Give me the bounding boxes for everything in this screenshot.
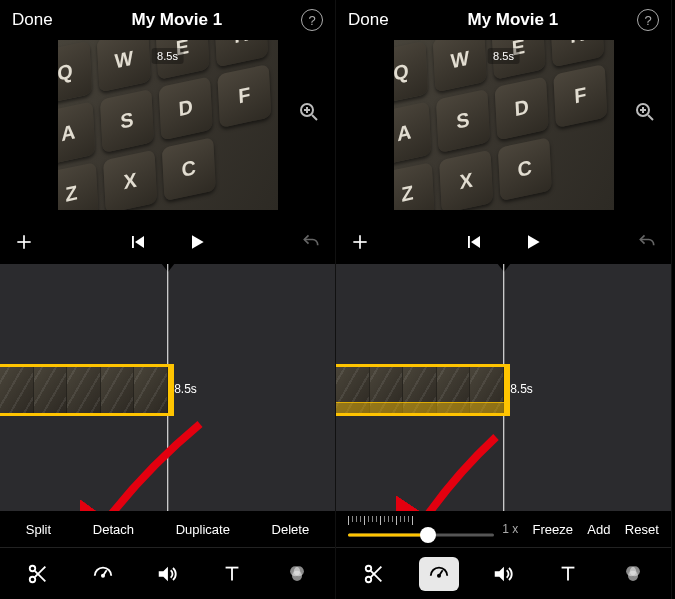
split-button[interactable]: Split <box>26 522 51 537</box>
help-button[interactable]: ? <box>637 9 659 31</box>
preview-area: QWERASDFZXC 8.5s <box>336 40 671 220</box>
text-tool[interactable] <box>212 557 252 591</box>
delete-button[interactable]: Delete <box>272 522 310 537</box>
svg-point-21 <box>292 570 302 580</box>
video-preview[interactable]: QWERASDFZXC 8.5s <box>58 40 278 210</box>
preview-duration-badge: 8.5s <box>487 48 520 64</box>
zoom-button[interactable] <box>633 100 657 124</box>
action-row: 1 x Freeze Add Reset <box>336 511 671 547</box>
toolbar <box>336 547 671 599</box>
clip-duration-label: 8.5s <box>174 382 197 396</box>
svg-rect-28 <box>468 236 470 248</box>
duplicate-button[interactable]: Duplicate <box>176 522 230 537</box>
speed-tool[interactable] <box>83 557 123 591</box>
clip-duration-label: 8.5s <box>510 382 533 396</box>
project-title: My Movie 1 <box>53 10 301 30</box>
freeze-button[interactable]: Freeze <box>533 522 573 537</box>
skip-start-button[interactable] <box>465 233 483 251</box>
timeline[interactable]: 8.5s <box>0 264 335 511</box>
clip-speed-region[interactable] <box>336 402 504 416</box>
filters-tool[interactable] <box>277 557 317 591</box>
video-preview[interactable]: QWERASDFZXC 8.5s <box>394 40 614 210</box>
scissors-tool[interactable] <box>354 557 394 591</box>
annotation-arrow-icon <box>80 414 220 511</box>
play-button[interactable] <box>523 232 543 252</box>
reset-button[interactable]: Reset <box>625 522 659 537</box>
right-pane: Done My Movie 1 ? QWERASDFZXC 8.5s <box>336 0 672 599</box>
preview-area: QWERASDFZXC 8.5s <box>0 40 335 220</box>
detach-button[interactable]: Detach <box>93 522 134 537</box>
speed-slider-knob[interactable] <box>420 527 436 543</box>
add-button[interactable]: Add <box>587 522 610 537</box>
svg-point-43 <box>628 570 638 580</box>
svg-point-10 <box>30 565 36 571</box>
clip-handle[interactable] <box>168 364 174 416</box>
speed-value-label: 1 x <box>502 522 518 536</box>
header: Done My Movie 1 ? <box>0 0 335 40</box>
zoom-button[interactable] <box>297 100 321 124</box>
svg-point-37 <box>438 574 440 576</box>
text-tool[interactable] <box>548 557 588 591</box>
preview-duration-badge: 8.5s <box>151 48 184 64</box>
svg-point-32 <box>366 565 372 571</box>
help-button[interactable]: ? <box>301 9 323 31</box>
svg-line-1 <box>312 115 317 120</box>
transport-bar <box>0 220 335 264</box>
svg-marker-38 <box>495 566 504 581</box>
clip-handle[interactable] <box>504 364 510 416</box>
volume-tool[interactable] <box>483 557 523 591</box>
filters-tool[interactable] <box>613 557 653 591</box>
toolbar <box>0 547 335 599</box>
svg-point-15 <box>102 574 104 576</box>
svg-marker-7 <box>135 236 144 248</box>
annotation-arrow-icon <box>396 429 516 511</box>
left-pane: Done My Movie 1 ? QWERASDFZXC 8.5s <box>0 0 336 599</box>
svg-rect-6 <box>132 236 134 248</box>
action-row: Split Detach Duplicate Delete <box>0 511 335 547</box>
svg-point-33 <box>366 576 372 582</box>
header: Done My Movie 1 ? <box>336 0 671 40</box>
svg-line-23 <box>648 115 653 120</box>
skip-start-button[interactable] <box>129 233 147 251</box>
video-clip[interactable] <box>0 364 168 416</box>
add-media-button[interactable] <box>350 232 370 252</box>
timeline[interactable]: 8.5s <box>336 264 671 511</box>
transport-bar <box>336 220 671 264</box>
svg-marker-30 <box>528 235 540 248</box>
undo-button[interactable] <box>637 232 657 252</box>
undo-button[interactable] <box>301 232 321 252</box>
svg-marker-16 <box>159 566 168 581</box>
svg-marker-8 <box>192 235 204 248</box>
play-button[interactable] <box>187 232 207 252</box>
speed-tool[interactable] <box>419 557 459 591</box>
add-media-button[interactable] <box>14 232 34 252</box>
scissors-tool[interactable] <box>18 557 58 591</box>
svg-point-11 <box>30 576 36 582</box>
svg-marker-29 <box>471 236 480 248</box>
volume-tool[interactable] <box>147 557 187 591</box>
done-button[interactable]: Done <box>12 10 53 30</box>
done-button[interactable]: Done <box>348 10 389 30</box>
project-title: My Movie 1 <box>389 10 637 30</box>
speed-slider[interactable]: 1 x <box>348 516 518 543</box>
